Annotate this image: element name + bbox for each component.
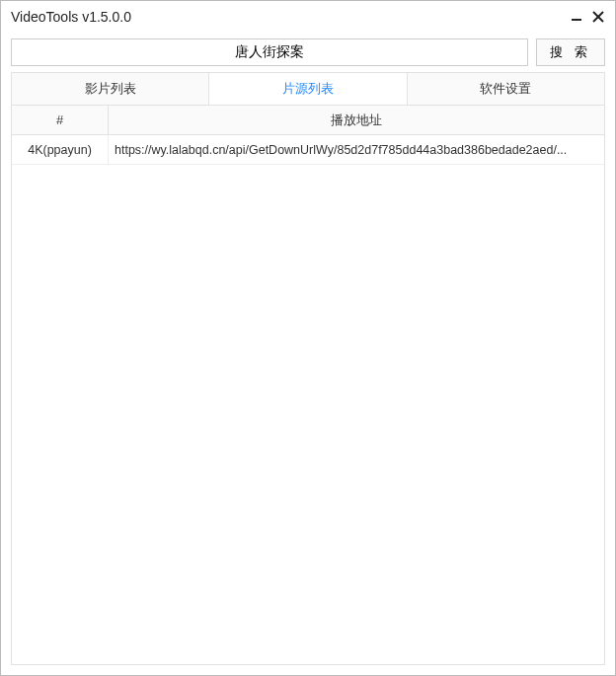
tab-movie-list[interactable]: 影片列表 xyxy=(12,73,209,105)
window-title: VideoTools v1.5.0.0 xyxy=(11,9,566,25)
search-input[interactable] xyxy=(11,38,528,66)
close-icon[interactable] xyxy=(587,6,609,28)
cell-url: https://wy.lalabqd.cn/api/GetDownUrlWy/8… xyxy=(109,135,604,164)
search-row: 搜 索 xyxy=(11,38,605,66)
source-list-panel: # 播放地址 4K(ppayun) https://wy.lalabqd.cn/… xyxy=(11,106,605,665)
tab-bar: 影片列表 片源列表 软件设置 xyxy=(11,72,605,106)
search-button[interactable]: 搜 索 xyxy=(536,38,605,66)
minimize-icon[interactable] xyxy=(566,6,587,28)
column-header-url: 播放地址 xyxy=(109,106,604,134)
content-area: 搜 索 影片列表 片源列表 软件设置 # 播放地址 4K(ppayun) htt… xyxy=(1,33,615,675)
table-header: # 播放地址 xyxy=(12,106,604,135)
titlebar: VideoTools v1.5.0.0 xyxy=(1,1,615,33)
table-row[interactable]: 4K(ppayun) https://wy.lalabqd.cn/api/Get… xyxy=(12,135,604,165)
app-window: VideoTools v1.5.0.0 搜 索 影片列表 片源列表 软件设置 #… xyxy=(0,0,616,676)
column-header-number: # xyxy=(12,106,109,134)
cell-quality: 4K(ppayun) xyxy=(12,135,109,164)
tab-source-list[interactable]: 片源列表 xyxy=(209,73,407,105)
table-body: 4K(ppayun) https://wy.lalabqd.cn/api/Get… xyxy=(12,135,604,664)
tab-settings[interactable]: 软件设置 xyxy=(408,73,604,105)
